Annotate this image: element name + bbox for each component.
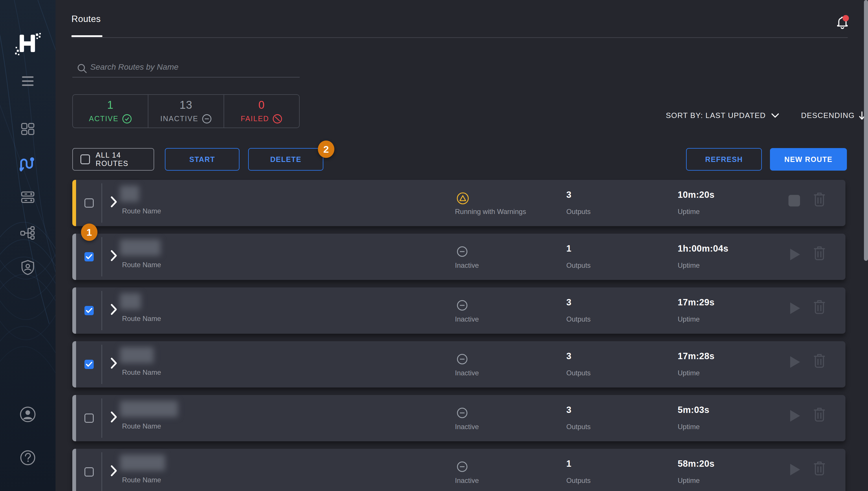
row-divider xyxy=(102,237,102,277)
expand-chevron-icon[interactable] xyxy=(111,465,117,478)
account-icon[interactable] xyxy=(0,406,56,423)
stat-active: 1 ACTIVE xyxy=(73,95,148,127)
start-route-button[interactable] xyxy=(788,409,801,424)
start-route-button[interactable] xyxy=(788,301,801,316)
select-all-checkbox[interactable] xyxy=(80,154,90,164)
route-name-redacted xyxy=(120,239,161,256)
minus-circle-icon xyxy=(202,114,212,124)
sidebar-item-servers[interactable] xyxy=(0,191,56,204)
row-checkbox[interactable] xyxy=(84,306,94,315)
sort-direction-toggle[interactable]: DESCENDING xyxy=(801,111,865,120)
new-route-button[interactable]: NEW ROUTE xyxy=(770,148,847,171)
route-status: Inactive xyxy=(455,476,479,485)
row-accent-bar xyxy=(72,180,76,226)
delete-button[interactable]: DELETE xyxy=(248,148,323,171)
uptime-value: 10m:20s xyxy=(678,190,715,200)
uptime-label: Uptime xyxy=(678,423,700,431)
row-checkbox[interactable] xyxy=(84,198,94,208)
row-divider xyxy=(102,291,102,330)
row-checkbox[interactable] xyxy=(84,252,94,261)
uptime-label: Uptime xyxy=(678,369,700,377)
app-logo xyxy=(0,32,56,59)
route-name-label: Route Name xyxy=(122,315,161,323)
scrollbar-thumb[interactable] xyxy=(864,0,868,261)
notifications-bell-icon[interactable] xyxy=(835,15,850,29)
row-checkbox[interactable] xyxy=(84,467,94,476)
expand-chevron-icon[interactable] xyxy=(111,357,117,370)
inactive-status-icon xyxy=(456,246,468,259)
sidebar-item-routes[interactable] xyxy=(0,155,56,173)
failed-count: 0 xyxy=(258,99,265,111)
route-status: Running with Warnings xyxy=(455,208,526,216)
delete-route-button[interactable] xyxy=(813,246,826,262)
route-name-redacted xyxy=(120,401,178,417)
row-divider xyxy=(102,452,102,491)
tab-routes[interactable]: Routes xyxy=(71,14,100,24)
sidebar-item-security[interactable] xyxy=(0,260,56,275)
select-all-routes-button[interactable]: ALL 14 ROUTES xyxy=(72,148,154,171)
route-name-redacted xyxy=(120,455,165,471)
delete-route-button[interactable] xyxy=(813,192,826,208)
sort-bar: SORT BY: LAST UPDATED DESCENDING xyxy=(666,111,865,120)
refresh-button[interactable]: REFRESH xyxy=(686,148,762,171)
row-checkbox[interactable] xyxy=(84,413,94,423)
uptime-value: 5m:03s xyxy=(678,405,710,415)
inactive-label: INACTIVE xyxy=(160,115,198,123)
delete-route-button[interactable] xyxy=(813,407,826,423)
stat-inactive: 13 INACTIVE xyxy=(148,95,223,127)
row-accent-bar xyxy=(72,287,76,334)
outputs-count: 3 xyxy=(566,190,572,200)
route-row: Route Name Inactive 3 Outputs 17m:28s Up… xyxy=(72,341,845,387)
start-route-button[interactable] xyxy=(788,463,801,478)
active-label: ACTIVE xyxy=(89,115,119,123)
route-name-label: Route Name xyxy=(122,476,161,484)
delete-route-button[interactable] xyxy=(813,461,826,477)
play-icon xyxy=(788,409,801,423)
stop-route-button[interactable] xyxy=(788,194,800,206)
route-row: Route Name Running with Warnings 3 Outpu… xyxy=(72,180,845,226)
select-all-label: ALL 14 ROUTES xyxy=(96,151,153,168)
start-button[interactable]: START xyxy=(165,148,239,171)
outputs-label: Outputs xyxy=(566,476,590,485)
search-routes xyxy=(72,61,300,78)
outputs-count: 3 xyxy=(566,297,572,308)
inactive-count: 13 xyxy=(180,99,192,111)
route-row: Route Name Inactive 3 Outputs 5m:03s Upt… xyxy=(72,395,845,441)
inactive-status-icon xyxy=(456,353,468,366)
sort-by-dropdown[interactable]: SORT BY: LAST UPDATED xyxy=(666,111,779,120)
route-status-summary: 1 ACTIVE 13 INACTIVE 0 FAILED xyxy=(72,94,300,128)
blocked-circle-icon xyxy=(272,114,282,124)
play-icon xyxy=(788,355,801,369)
start-route-button[interactable] xyxy=(788,355,801,370)
expand-chevron-icon[interactable] xyxy=(111,304,117,316)
route-status: Inactive xyxy=(455,261,479,269)
uptime-value: 17m:29s xyxy=(678,297,715,308)
expand-chevron-icon[interactable] xyxy=(111,411,117,424)
expand-chevron-icon[interactable] xyxy=(111,250,117,263)
row-checkbox[interactable] xyxy=(84,360,94,369)
play-icon xyxy=(788,463,801,476)
failed-label: FAILED xyxy=(241,115,269,123)
search-icon xyxy=(77,63,87,74)
outputs-count: 3 xyxy=(566,405,572,415)
uptime-label: Uptime xyxy=(678,476,700,485)
outputs-label: Outputs xyxy=(566,423,590,431)
start-route-button[interactable] xyxy=(788,248,801,263)
expand-chevron-icon[interactable] xyxy=(111,196,117,209)
delete-route-button[interactable] xyxy=(813,353,826,370)
sidebar-item-topology[interactable] xyxy=(0,226,56,240)
help-icon[interactable] xyxy=(0,450,56,466)
delete-route-button[interactable] xyxy=(813,299,826,316)
route-name-redacted xyxy=(120,293,141,310)
menu-hamburger-icon[interactable] xyxy=(0,76,56,87)
route-row: Route Name Inactive 1 Outputs 58m:20s Up… xyxy=(72,449,845,491)
sort-direction-label: DESCENDING xyxy=(801,111,855,120)
annotation-badge-1: 1 xyxy=(81,224,97,241)
row-divider xyxy=(102,399,102,438)
outputs-label: Outputs xyxy=(566,208,590,216)
sidebar-item-dashboard[interactable] xyxy=(0,123,56,137)
search-input[interactable] xyxy=(72,61,300,78)
uptime-label: Uptime xyxy=(678,208,700,216)
row-accent-bar xyxy=(72,341,76,387)
uptime-label: Uptime xyxy=(678,315,700,323)
